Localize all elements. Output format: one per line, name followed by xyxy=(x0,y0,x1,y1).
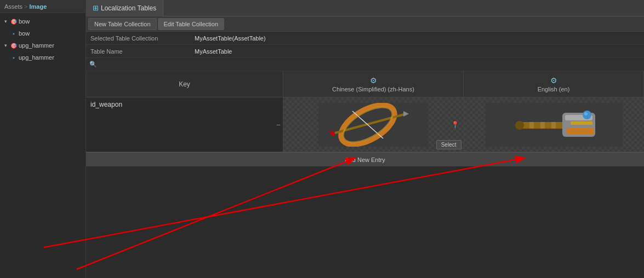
search-input[interactable] xyxy=(99,61,641,68)
table-row: id_weapon − xyxy=(86,97,644,152)
col-key-header: Key xyxy=(86,71,283,97)
col-chinese-header: ⚙ Chinese (Simplified) (zh-Hans) xyxy=(283,71,464,97)
tree-item-bow-child[interactable]: ▪ bow xyxy=(0,27,86,39)
svg-rect-16 xyxy=(540,122,545,129)
tree-item-bow-parent[interactable]: ▾ 🎯 bow xyxy=(0,15,86,27)
bow-image xyxy=(318,103,428,147)
tree-arrow-hammer: ▾ xyxy=(2,43,9,48)
svg-point-14 xyxy=(584,112,588,115)
selected-collection-value: MyAssetTable(AssetTable) xyxy=(195,35,640,42)
hammer-image xyxy=(486,103,623,147)
svg-rect-17 xyxy=(551,122,556,129)
select-button-chinese[interactable]: Select xyxy=(436,140,461,149)
window-title-label: Localization Tables xyxy=(101,4,156,12)
table-header: Key ⚙ Chinese (Simplified) (zh-Hans) ⚙ E… xyxy=(86,71,644,97)
search-bar: 🔍 xyxy=(86,58,644,71)
sidebar-content: ▾ 🎯 bow ▪ bow ▾ 🎯 upg_hammer ▪ upg_hamme… xyxy=(0,13,86,278)
table-name-row: Table Name MyAssetTable xyxy=(86,45,644,58)
table-name-label: Table Name xyxy=(90,48,195,55)
chinese-settings-icon: ⚙ xyxy=(370,76,377,85)
edit-table-collection-button[interactable]: Edit Table Collection xyxy=(158,18,224,30)
minus-button[interactable]: − xyxy=(276,120,281,129)
table-name-value: MyAssetTable xyxy=(195,48,640,55)
folder-icon-bow: 🎯 xyxy=(10,19,18,25)
path-separator: > xyxy=(24,3,27,10)
svg-point-18 xyxy=(515,121,524,130)
selected-collection-row: Selected Table Collection MyAssetTable(A… xyxy=(86,32,644,45)
svg-rect-15 xyxy=(529,122,534,129)
image-icon-hammer: ▪ xyxy=(10,55,18,61)
svg-rect-19 xyxy=(567,128,594,135)
cell-english-image xyxy=(464,97,645,152)
main-content: ⊞ Localization Tables New Table Collecti… xyxy=(86,0,644,278)
col-chinese-label: Chinese (Simplified) (zh-Hans) xyxy=(332,86,414,92)
window-title: ⊞ Localization Tables xyxy=(86,0,163,16)
tab-bar: ⊞ Localization Tables xyxy=(86,0,644,16)
col-english-header: ⚙ English (en) xyxy=(464,71,644,97)
tree-label-hammer-child: upg_hammer xyxy=(19,54,54,61)
tree-arrow-bow: ▾ xyxy=(2,19,9,24)
new-table-collection-button[interactable]: New Table Collection xyxy=(88,18,157,30)
toolbar: New Table Collection Edit Table Collecti… xyxy=(86,16,644,32)
search-icon: 🔍 xyxy=(89,61,97,68)
tree-item-hammer-child[interactable]: ▪ upg_hammer xyxy=(0,51,86,63)
tree-label-bow: bow xyxy=(19,18,30,25)
col-english-label: English (en) xyxy=(538,86,570,92)
svg-rect-12 xyxy=(571,121,592,125)
localization-icon: ⊞ xyxy=(93,4,99,12)
sidebar-path: Assets > Image xyxy=(0,0,86,13)
tree-label-hammer: upg_hammer xyxy=(19,42,54,49)
sidebar: Assets > Image ▾ 🎯 bow ▪ bow ▾ 🎯 upg_ham… xyxy=(0,0,86,278)
tree-item-hammer-parent[interactable]: ▾ 🎯 upg_hammer xyxy=(0,39,86,51)
path-assets: Assets xyxy=(4,3,22,10)
row-key-value: id_weapon xyxy=(90,101,122,108)
selected-collection-label: Selected Table Collection xyxy=(90,35,195,42)
cell-chinese-image: 📍 Select xyxy=(283,97,464,152)
path-image: Image xyxy=(29,3,47,10)
folder-icon-hammer: 🎯 xyxy=(10,43,18,49)
cell-key: id_weapon − xyxy=(86,97,283,152)
col-key-label: Key xyxy=(179,80,190,88)
add-new-entry-button[interactable]: Add New Entry xyxy=(86,152,644,166)
locate-icon-chinese[interactable]: 📍 xyxy=(451,121,459,129)
image-icon-bow: ▪ xyxy=(10,31,18,37)
english-settings-icon: ⚙ xyxy=(550,76,557,85)
tree-label-bow-child: bow xyxy=(19,30,30,37)
